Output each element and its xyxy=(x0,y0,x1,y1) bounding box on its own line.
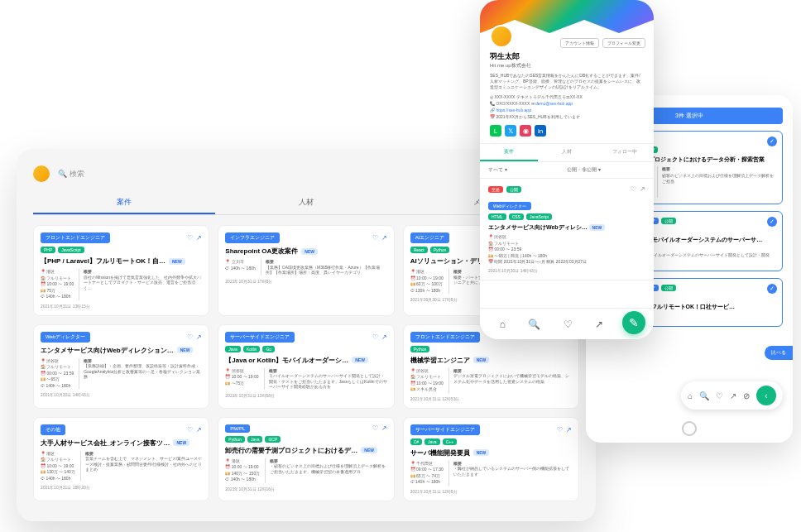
instagram-icon[interactable]: ◉ xyxy=(520,125,531,137)
check-icon[interactable]: ✓ xyxy=(767,217,777,227)
tablet-desc: 概要顧客のビジネス上の目標および仕様を理解頂上データ解析をご担当 xyxy=(657,166,776,198)
card-desc: 概要営業チームを含む上で、マネジメント、サービス/案件ユースケース検討・提案業務… xyxy=(80,451,202,482)
project-card[interactable]: その他 ♡↗ 大手人材サービス会社_オンライン接客ツ…NEW 📍 港区🏠 フルリ… xyxy=(33,417,209,501)
tablet-toolbar: ⌂ 🔍 ♡ ↗ ⊘ ‹ xyxy=(681,381,783,410)
card-date: 2021年10月31日 18時20分 xyxy=(41,485,202,490)
filter-visibility[interactable]: 公開・非公開 ▾ xyxy=(567,166,645,174)
bottom-nav: ⌂ 🔍 ♡ ↗ ⊘ ✎ xyxy=(480,308,654,339)
heart-icon[interactable]: ♡ xyxy=(372,234,378,242)
share-icon[interactable]: ↗ xyxy=(196,234,202,242)
project-card[interactable]: Webディレクター ♡↗ エンタメサービス向けWebディレクション…NEW 📍 … xyxy=(33,324,209,409)
card-desc: 概要【業務詳細】・企画、要件整理、仮説構築等・設計資料作成・GoogleAnal… xyxy=(79,358,202,390)
tablet-desc: 概要モバイルオーダーシステムのサーバーサイド開発として設計・開発 xyxy=(640,247,770,266)
urgent-badge: 至急 xyxy=(488,186,503,193)
project-card[interactable]: サーバーサイドエンジニア ♡↗ JavaKotlinGo 【Java or Ko… xyxy=(218,324,394,409)
edit-profile-button[interactable]: プロフィール変更 xyxy=(602,38,645,48)
share-icon[interactable]: ↗ xyxy=(566,426,572,434)
share-icon[interactable]: ↗ xyxy=(196,333,202,341)
tech-tag: Python xyxy=(225,436,245,443)
filter-all[interactable]: すべて ▾ xyxy=(488,166,567,174)
phone-tab-talent[interactable]: 人材 xyxy=(538,144,596,161)
heart-icon[interactable]: ♡ xyxy=(187,426,193,434)
home-icon[interactable]: ⌂ xyxy=(688,391,693,400)
card-date: 2021年10月31日 12時8分 xyxy=(410,489,572,494)
card-meta: 📍 港区⏰ 10:00 〜 19:00💴 60万 〜 100万⏱ 130h 〜 … xyxy=(410,269,444,294)
heart-icon[interactable]: ♡ xyxy=(187,234,193,242)
heart-icon[interactable]: ♡ xyxy=(564,319,573,330)
profile-name: 羽生太郎 xyxy=(490,51,644,62)
compare-button[interactable]: 比べる xyxy=(765,346,793,360)
fab-add[interactable]: ‹ xyxy=(756,386,776,405)
period-text: 📅 2021年XX月からSES_HUBを利用しています xyxy=(490,113,644,120)
check-icon[interactable]: ✓ xyxy=(767,137,777,146)
profile-buttons: アカウント情報 プロフィール変更 xyxy=(560,38,645,48)
new-badge: NEW xyxy=(177,347,194,353)
new-badge: NEW xyxy=(473,449,490,456)
heart-icon[interactable]: ♡ xyxy=(372,333,378,341)
tech-tag: HTML xyxy=(488,213,506,220)
heart-icon[interactable]: ♡ xyxy=(187,333,193,341)
url-link[interactable]: 🔗 https://ses-hub.app xyxy=(490,107,644,113)
heart-icon[interactable]: ♡ xyxy=(716,391,723,400)
tab-talent[interactable]: 人材 xyxy=(215,192,397,214)
tech-tag: GCP xyxy=(265,436,281,443)
phone-card[interactable]: 至急 公開 ♡↗ Webディレクター HTMLCSSJavaScript エンタ… xyxy=(480,179,654,280)
tab-projects[interactable]: 案件 xyxy=(33,192,215,214)
tech-tag: React xyxy=(410,247,428,253)
new-badge: NEW xyxy=(173,439,189,446)
phone-tabs: 案件 人材 フォロー中 xyxy=(480,143,654,162)
role-badge: フロントエンドエンジニア xyxy=(41,232,110,243)
linkedin-icon[interactable]: in xyxy=(535,125,546,137)
search-icon[interactable]: 🔍 xyxy=(699,391,709,400)
card-desc: 概要【業務】OA環境更改業務（M365移行作業・Azure）【作業場所】【作業場… xyxy=(261,259,387,276)
twitter-icon[interactable]: 𝕏 xyxy=(505,125,516,137)
phone-window: アカウント情報 プロフィール変更 羽生太郎 Hit me up株式会社 SES_… xyxy=(480,0,654,339)
card-desc: 概要デジタル家電プロジェクトにおいて機械学習モデルの構築、システム化やデータを活… xyxy=(448,368,572,393)
check-icon[interactable]: ⊘ xyxy=(743,391,750,400)
card-title: 【PHP / Laravel】フルリモートOK！自… xyxy=(41,256,165,266)
phone-tab-follow[interactable]: フォロー中 xyxy=(596,144,654,161)
new-badge: NEW xyxy=(361,447,377,453)
tel-text: 📞 OXO/XXXX-XXXX ✉ demo@ses-hub.app xyxy=(490,100,644,107)
phone-filter: すべて ▾ 公開・非公開 ▾ xyxy=(480,162,654,179)
share-icon[interactable]: ↗ xyxy=(381,234,387,242)
phone-card-title: エンタメサービス向けWebディレシ… NEW xyxy=(488,223,645,232)
role-badge: サーバーサイドエンジニア xyxy=(225,332,295,343)
edit-icon[interactable]: ↗ xyxy=(595,319,603,330)
share-icon[interactable]: ↗ xyxy=(381,333,387,341)
account-info-button[interactable]: アカウント情報 xyxy=(560,38,599,48)
heart-icon[interactable]: ♡ xyxy=(557,426,563,434)
card-title: エンタメサービス向けWebディレクション… xyxy=(41,346,174,355)
tech-tag: Go xyxy=(262,346,275,352)
role-badge: PM/PL xyxy=(225,424,250,433)
heart-icon[interactable]: ♡ xyxy=(631,185,636,193)
card-meta: 📍 渋谷区🏠 フルリモート⏰ 00:00 〜 23:59💴 〜65万⏱ 140h… xyxy=(41,358,74,390)
project-card[interactable]: インフラエンジニア ♡↗ Sharepoint OA更改案件NEW 📍 立川市⏱… xyxy=(218,225,394,316)
phone-tab-projects[interactable]: 案件 xyxy=(480,144,538,161)
check-icon[interactable]: ✓ xyxy=(767,284,777,294)
project-card[interactable]: PM/PL ♡↗ PythonJavaGCP 卸売行の需要予測プロジェクトにおけ… xyxy=(218,417,394,501)
share-icon[interactable]: ↗ xyxy=(640,185,645,193)
new-badge: NEW xyxy=(473,357,490,363)
edit-icon[interactable]: ↗ xyxy=(730,391,736,400)
card-date: 2021年10月30日 14時43分 xyxy=(41,392,202,397)
profile-avatar[interactable] xyxy=(490,25,513,48)
project-card[interactable]: フロントエンドエンジニア ♡↗ PHPJavaScript 【PHP / Lar… xyxy=(33,225,209,316)
share-icon[interactable]: ↗ xyxy=(196,426,202,434)
search-icon[interactable]: 🔍 xyxy=(528,319,540,330)
role-badge: その他 xyxy=(41,424,65,435)
share-icon[interactable]: ↗ xyxy=(381,424,387,432)
card-title: サーバ機能開発要員 xyxy=(410,448,470,458)
card-desc: 概要自社のMissionを掲げて意気営業強化した、社内外競争や拡大パートナーとし… xyxy=(79,269,202,300)
avatar[interactable] xyxy=(33,165,50,182)
fab-add[interactable]: ✎ xyxy=(622,311,645,334)
card-title: 大手人材サービス会社_オンライン接客ツ… xyxy=(41,439,170,448)
profile-section: アカウント情報 プロフィール変更 羽生太郎 Hit me up株式会社 SES_… xyxy=(480,33,654,143)
heart-icon[interactable]: ♡ xyxy=(372,424,378,432)
line-icon[interactable]: L xyxy=(490,125,501,137)
project-card[interactable]: サーバーサイドエンジニア ♡↗ C#JavaC++ サーバ機能開発要員NEW 📍… xyxy=(403,417,579,501)
home-button[interactable] xyxy=(682,421,697,436)
home-icon[interactable]: ⌂ xyxy=(500,319,506,330)
tech-tag: PHP xyxy=(41,247,55,253)
tech-tag: Python xyxy=(410,346,430,352)
